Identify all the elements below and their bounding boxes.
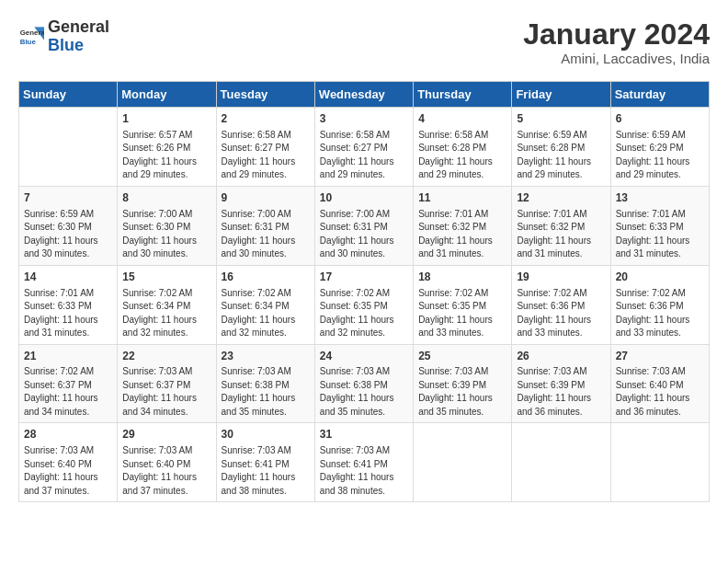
calendar-cell: 8Sunrise: 7:00 AM Sunset: 6:30 PM Daylig… <box>118 186 216 265</box>
calendar-cell: 11Sunrise: 7:01 AM Sunset: 6:32 PM Dayli… <box>414 186 512 265</box>
calendar-cell: 5Sunrise: 6:59 AM Sunset: 6:28 PM Daylig… <box>512 108 610 187</box>
day-number: 6 <box>616 111 704 127</box>
calendar-cell: 30Sunrise: 7:03 AM Sunset: 6:41 PM Dayli… <box>216 423 314 502</box>
day-info: Sunrise: 6:59 AM Sunset: 6:30 PM Dayligh… <box>24 208 112 261</box>
day-info: Sunrise: 7:02 AM Sunset: 6:36 PM Dayligh… <box>616 287 704 340</box>
day-info: Sunrise: 7:01 AM Sunset: 6:33 PM Dayligh… <box>24 287 112 340</box>
day-info: Sunrise: 7:03 AM Sunset: 6:41 PM Dayligh… <box>320 444 408 498</box>
week-row-5: 28Sunrise: 7:03 AM Sunset: 6:40 PM Dayli… <box>19 423 710 502</box>
day-number: 26 <box>517 349 605 364</box>
logo-icon: General Blue <box>18 24 44 50</box>
day-number: 14 <box>24 270 112 285</box>
calendar-cell: 16Sunrise: 7:02 AM Sunset: 6:34 PM Dayli… <box>216 265 314 344</box>
week-row-2: 7Sunrise: 6:59 AM Sunset: 6:30 PM Daylig… <box>19 186 710 265</box>
location-subtitle: Amini, Laccadives, India <box>523 51 710 66</box>
calendar-cell: 19Sunrise: 7:02 AM Sunset: 6:36 PM Dayli… <box>512 265 610 344</box>
header-day-wednesday: Wednesday <box>314 82 413 108</box>
week-row-3: 14Sunrise: 7:01 AM Sunset: 6:33 PM Dayli… <box>19 265 710 344</box>
calendar-cell: 10Sunrise: 7:00 AM Sunset: 6:31 PM Dayli… <box>314 186 413 265</box>
calendar-cell: 17Sunrise: 7:02 AM Sunset: 6:35 PM Dayli… <box>314 265 413 344</box>
day-number: 15 <box>122 270 210 285</box>
calendar-cell: 15Sunrise: 7:02 AM Sunset: 6:34 PM Dayli… <box>118 265 216 344</box>
header-row: SundayMondayTuesdayWednesdayThursdayFrid… <box>19 82 710 108</box>
week-row-1: 1Sunrise: 6:57 AM Sunset: 6:26 PM Daylig… <box>19 108 710 187</box>
day-number: 28 <box>24 427 112 442</box>
calendar-cell: 20Sunrise: 7:02 AM Sunset: 6:36 PM Dayli… <box>610 265 709 344</box>
calendar-cell: 24Sunrise: 7:03 AM Sunset: 6:38 PM Dayli… <box>314 344 413 423</box>
calendar-cell <box>610 423 709 502</box>
calendar-cell: 14Sunrise: 7:01 AM Sunset: 6:33 PM Dayli… <box>19 265 118 344</box>
day-number: 9 <box>222 190 310 206</box>
day-info: Sunrise: 7:03 AM Sunset: 6:38 PM Dayligh… <box>222 365 310 419</box>
week-row-4: 21Sunrise: 7:02 AM Sunset: 6:37 PM Dayli… <box>19 344 710 423</box>
day-number: 20 <box>616 270 704 285</box>
day-info: Sunrise: 7:03 AM Sunset: 6:39 PM Dayligh… <box>418 365 506 419</box>
header-day-tuesday: Tuesday <box>216 82 314 108</box>
day-info: Sunrise: 6:58 AM Sunset: 6:28 PM Dayligh… <box>418 129 506 182</box>
day-info: Sunrise: 6:59 AM Sunset: 6:29 PM Dayligh… <box>616 129 704 182</box>
calendar-cell <box>19 108 118 187</box>
day-info: Sunrise: 7:00 AM Sunset: 6:30 PM Dayligh… <box>122 208 210 261</box>
calendar-cell: 2Sunrise: 6:58 AM Sunset: 6:27 PM Daylig… <box>216 108 314 187</box>
day-number: 23 <box>222 349 310 364</box>
calendar-cell: 9Sunrise: 7:00 AM Sunset: 6:31 PM Daylig… <box>216 186 314 265</box>
day-info: Sunrise: 7:03 AM Sunset: 6:39 PM Dayligh… <box>517 365 605 419</box>
day-number: 25 <box>418 349 506 364</box>
svg-text:General: General <box>20 29 44 37</box>
day-info: Sunrise: 7:01 AM Sunset: 6:33 PM Dayligh… <box>616 208 704 261</box>
day-number: 1 <box>122 111 210 127</box>
day-info: Sunrise: 7:02 AM Sunset: 6:34 PM Dayligh… <box>122 287 210 340</box>
day-number: 10 <box>320 190 408 206</box>
day-number: 24 <box>320 349 408 364</box>
day-info: Sunrise: 7:03 AM Sunset: 6:38 PM Dayligh… <box>320 365 408 419</box>
title-block: January 2024 Amini, Laccadives, India <box>523 18 710 66</box>
day-info: Sunrise: 7:03 AM Sunset: 6:40 PM Dayligh… <box>24 444 112 498</box>
header-day-monday: Monday <box>118 82 216 108</box>
calendar-cell: 6Sunrise: 6:59 AM Sunset: 6:29 PM Daylig… <box>610 108 709 187</box>
calendar-cell: 25Sunrise: 7:03 AM Sunset: 6:39 PM Dayli… <box>414 344 512 423</box>
day-number: 31 <box>320 427 408 442</box>
day-info: Sunrise: 6:59 AM Sunset: 6:28 PM Dayligh… <box>517 129 605 182</box>
day-number: 16 <box>222 270 310 285</box>
day-number: 13 <box>616 190 704 206</box>
day-info: Sunrise: 7:00 AM Sunset: 6:31 PM Dayligh… <box>320 208 408 261</box>
day-info: Sunrise: 7:00 AM Sunset: 6:31 PM Dayligh… <box>222 208 310 261</box>
calendar-cell <box>512 423 610 502</box>
day-info: Sunrise: 7:01 AM Sunset: 6:32 PM Dayligh… <box>418 208 506 261</box>
calendar-cell: 13Sunrise: 7:01 AM Sunset: 6:33 PM Dayli… <box>610 186 709 265</box>
svg-text:Blue: Blue <box>20 38 37 46</box>
calendar-cell: 31Sunrise: 7:03 AM Sunset: 6:41 PM Dayli… <box>314 423 413 502</box>
calendar-cell: 7Sunrise: 6:59 AM Sunset: 6:30 PM Daylig… <box>19 186 118 265</box>
calendar-cell: 22Sunrise: 7:03 AM Sunset: 6:37 PM Dayli… <box>118 344 216 423</box>
calendar-table: SundayMondayTuesdayWednesdayThursdayFrid… <box>18 81 710 502</box>
day-number: 19 <box>517 270 605 285</box>
logo-text: General Blue <box>48 18 109 55</box>
calendar-cell: 28Sunrise: 7:03 AM Sunset: 6:40 PM Dayli… <box>19 423 118 502</box>
calendar-cell: 23Sunrise: 7:03 AM Sunset: 6:38 PM Dayli… <box>216 344 314 423</box>
month-title: January 2024 <box>523 18 710 51</box>
calendar-cell: 4Sunrise: 6:58 AM Sunset: 6:28 PM Daylig… <box>414 108 512 187</box>
day-number: 18 <box>418 270 506 285</box>
day-number: 7 <box>24 190 112 206</box>
day-number: 4 <box>418 111 506 127</box>
calendar-cell: 29Sunrise: 7:03 AM Sunset: 6:40 PM Dayli… <box>118 423 216 502</box>
day-info: Sunrise: 6:58 AM Sunset: 6:27 PM Dayligh… <box>222 129 310 182</box>
day-number: 8 <box>122 190 210 206</box>
calendar-cell <box>414 423 512 502</box>
header-day-thursday: Thursday <box>414 82 512 108</box>
day-number: 29 <box>122 427 210 442</box>
day-number: 17 <box>320 270 408 285</box>
day-info: Sunrise: 7:03 AM Sunset: 6:40 PM Dayligh… <box>122 444 210 498</box>
day-number: 22 <box>122 349 210 364</box>
day-info: Sunrise: 7:02 AM Sunset: 6:35 PM Dayligh… <box>320 287 408 340</box>
calendar-cell: 27Sunrise: 7:03 AM Sunset: 6:40 PM Dayli… <box>610 344 709 423</box>
day-info: Sunrise: 7:02 AM Sunset: 6:34 PM Dayligh… <box>222 287 310 340</box>
calendar-cell: 18Sunrise: 7:02 AM Sunset: 6:35 PM Dayli… <box>414 265 512 344</box>
logo: General Blue General Blue <box>18 18 109 55</box>
header-day-sunday: Sunday <box>19 82 118 108</box>
calendar-cell: 3Sunrise: 6:58 AM Sunset: 6:27 PM Daylig… <box>314 108 413 187</box>
calendar-cell: 1Sunrise: 6:57 AM Sunset: 6:26 PM Daylig… <box>118 108 216 187</box>
day-info: Sunrise: 7:03 AM Sunset: 6:37 PM Dayligh… <box>122 365 210 419</box>
day-number: 11 <box>418 190 506 206</box>
day-info: Sunrise: 7:03 AM Sunset: 6:41 PM Dayligh… <box>222 444 310 498</box>
